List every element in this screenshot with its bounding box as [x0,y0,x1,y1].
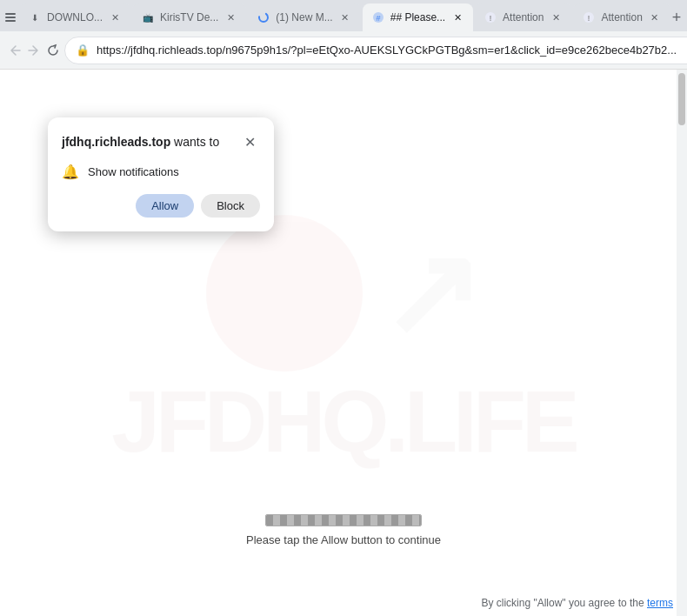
bottom-notice-text: By clicking "Allow" you agree to the [481,597,644,609]
svg-rect-2 [5,20,16,22]
url-bar[interactable]: 🔒 https://jfdhq.richleads.top/n9675p9h1s… [64,37,687,64]
tab-title-6: Attention [601,11,642,23]
tab-attention1[interactable]: ! Attention ✕ [475,3,571,31]
address-bar: 🔒 https://jfdhq.richleads.top/n9675p9h1s… [0,31,687,70]
permission-label: Show notifications [88,165,179,178]
popup-permission-row: 🔔 Show notifications [62,163,260,180]
minimize-button[interactable]: — [683,5,687,30]
tab-close-2[interactable]: ✕ [223,10,237,24]
progress-bar-container [265,514,422,526]
tab-title-4: ## Please... [390,11,445,23]
url-text: https://jfdhq.richleads.top/n9675p9h1s/?… [97,44,677,57]
progress-section: Please tap the Allow button to continue [246,514,441,546]
tab-close-5[interactable]: ✕ [549,10,563,24]
tab-list-button[interactable] [3,5,17,30]
new-tab-button[interactable]: + [672,5,682,30]
progress-text: Please tap the Allow button to continue [246,533,441,546]
tab-close-1[interactable]: ✕ [108,10,122,24]
bell-icon: 🔔 [62,163,79,180]
tab-close-4[interactable]: ✕ [450,10,464,24]
popup-buttons: Allow Block [62,194,260,218]
tab-favicon-1: ⬇ [28,10,42,24]
popup-header: jfdhq.richleads.top wants to ✕ [62,131,260,152]
scrollbar-thumb [678,73,685,125]
svg-text:#: # [376,14,380,23]
tab-download[interactable]: ⬇ DOWNLO... ✕ [19,3,130,31]
tab-favicon-3 [257,10,270,24]
tab-newm[interactable]: (1) New M... ✕ [248,3,360,31]
svg-point-3 [259,13,268,22]
popup-title: jfdhq.richleads.top wants to [62,135,219,149]
tab-close-3[interactable]: ✕ [338,10,352,24]
tab-close-6[interactable]: ✕ [648,10,662,24]
tab-attention2[interactable]: ! Attention ✕ [573,3,670,31]
back-button[interactable] [7,37,23,64]
tab-favicon-6: ! [582,10,596,24]
tab-title-5: Attention [503,11,544,23]
bottom-notice: By clicking "Allow" you agree to the ter… [481,597,673,609]
window-controls: — □ ✕ [683,5,687,30]
lock-icon: 🔒 [76,44,90,57]
reload-button[interactable] [45,37,61,64]
allow-button[interactable]: Allow [136,194,194,218]
url-icons: A ⋮ [684,37,687,64]
tab-title-3: (1) New M... [276,11,332,23]
terms-link[interactable]: terms [647,597,673,609]
tab-bar: ⬇ DOWNLO... ✕ 📺 KirisTV De... ✕ (1) New … [0,0,687,31]
popup-wants-to: wants to [170,135,219,149]
svg-rect-1 [5,17,16,18]
tab-favicon-5: ! [484,10,497,24]
tab-please-active[interactable]: # ## Please... ✕ [363,3,473,31]
browser-window: ⬇ DOWNLO... ✕ 📺 KirisTV De... ✕ (1) New … [0,0,687,616]
permission-popup: jfdhq.richleads.top wants to ✕ 🔔 Show no… [48,117,274,231]
bookmark-button[interactable] [684,40,687,61]
tab-title-1: DOWNLO... [47,11,103,23]
svg-rect-0 [5,13,16,15]
progress-bar-fill [266,515,421,526]
tab-favicon-2: 📺 [141,10,155,24]
tab-kiristvde[interactable]: 📺 KirisTV De... ✕ [132,3,246,31]
scrollbar[interactable] [677,70,687,616]
popup-close-button[interactable]: ✕ [239,131,260,152]
forward-button[interactable] [26,37,42,64]
page-content: ↗ jfdhq.life jfdhq.richleads.top wants t… [0,70,687,616]
svg-text:!: ! [588,14,590,23]
tab-title-2: KirisTV De... [160,11,218,23]
block-button[interactable]: Block [201,194,260,218]
svg-text:!: ! [490,14,492,23]
tab-favicon-4: # [371,10,385,24]
popup-domain: jfdhq.richleads.top [62,135,170,149]
